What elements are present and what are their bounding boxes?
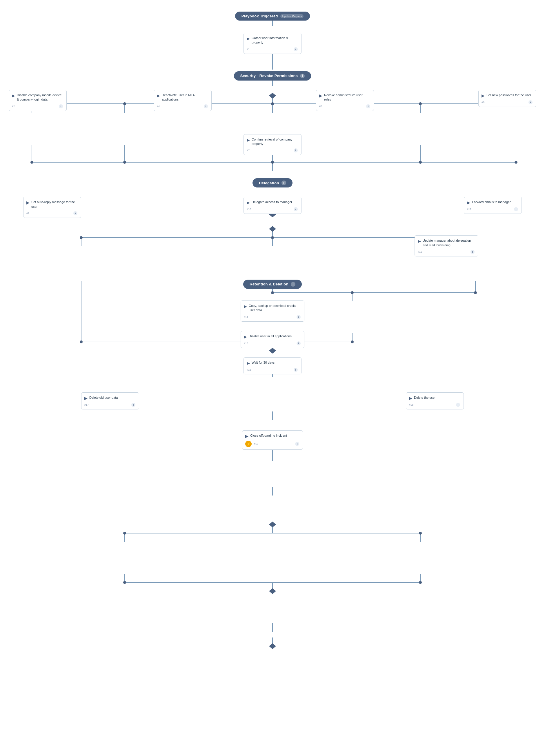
delegation-pill[interactable]: Delegation i: [252, 178, 292, 187]
t16-info[interactable]: i: [295, 442, 299, 446]
retention-info-icon[interactable]: i: [291, 282, 296, 287]
t9-num: #11: [467, 208, 471, 211]
t7-num: #9: [26, 212, 29, 215]
task-t14[interactable]: ▶ Delete old user data #17 i: [81, 392, 139, 409]
security-tasks-row: ▶ Disable company mobile device & compan…: [0, 90, 545, 111]
task-t12-container: ▶ Disable user in all applications #15 i: [0, 331, 545, 348]
security-pill[interactable]: Security - Revoke Permissions i: [234, 71, 311, 81]
t7-info[interactable]: i: [73, 211, 77, 215]
t14-arrow: ▶: [84, 396, 87, 400]
trigger-tag: Inputs / Outputs: [280, 14, 304, 18]
t11-arrow: ▶: [244, 304, 247, 309]
svg-point-79: [419, 581, 422, 584]
svg-point-64: [123, 161, 126, 164]
task-t2[interactable]: ▶ Disable company mobile device & compan…: [9, 90, 67, 111]
t6-info[interactable]: i: [294, 148, 298, 152]
task-t13-container: ▶ Wait for 30 days #16 i: [0, 357, 545, 374]
retention-pill[interactable]: Retention & Deletion i: [243, 280, 302, 289]
delegation-phase: Delegation i: [0, 178, 545, 187]
t13-info[interactable]: i: [294, 368, 298, 372]
task-t16-container: ▶ Close offboarding incident ⚡ #19 i: [0, 430, 545, 450]
delegation-info-icon[interactable]: i: [282, 181, 286, 185]
t15-info[interactable]: i: [456, 403, 460, 407]
delegation-tasks-row: ▶ Set auto-reply message for the user #9…: [0, 197, 545, 218]
t3-title: Deactivate user in MFA applications: [162, 93, 208, 102]
task-t8[interactable]: ▶ Delegate access to manager #10 i: [243, 197, 302, 214]
retention-label: Retention & Deletion: [249, 282, 289, 286]
task-t1-container: ▶ Gather user information & property #1 …: [0, 33, 545, 54]
task-t10-container: ▶ Update manager about delegation and ma…: [0, 235, 545, 256]
t14-info[interactable]: i: [131, 403, 135, 407]
t10-num: #12: [418, 250, 422, 253]
svg-marker-52: [269, 348, 276, 354]
svg-point-63: [30, 161, 33, 164]
task-t6[interactable]: ▶ Confirm retrieval of company property …: [243, 134, 302, 155]
task-t3[interactable]: ▶ Deactivate user in MFA applications #4…: [154, 90, 211, 111]
t6-num: #7: [247, 149, 249, 152]
task-t13[interactable]: ▶ Wait for 30 days #16 i: [243, 357, 302, 374]
svg-point-66: [419, 161, 422, 164]
trigger-pill[interactable]: Playbook Triggered Inputs / Outputs: [235, 12, 310, 21]
task-t7[interactable]: ▶ Set auto-reply message for the user #9…: [23, 197, 81, 218]
task-t1-info[interactable]: i: [294, 47, 298, 51]
task-t16[interactable]: ▶ Close offboarding incident ⚡ #19 i: [242, 430, 303, 450]
task-arrow-icon: ▶: [247, 36, 250, 41]
svg-point-78: [123, 581, 126, 584]
svg-point-73: [351, 291, 354, 294]
t16-num: #19: [254, 442, 258, 445]
trigger-section: Playbook Triggered Inputs / Outputs: [0, 12, 545, 21]
t7-arrow: ▶: [26, 200, 30, 205]
task-t11[interactable]: ▶ Copy, backup or download crucial user …: [240, 300, 305, 322]
t8-title: Delegate access to manager: [251, 200, 292, 204]
task-t4[interactable]: ▶ Revoke administrative user roles #5 i: [316, 90, 374, 111]
security-label: Security - Revoke Permissions: [240, 74, 298, 78]
security-phase: Security - Revoke Permissions i: [0, 71, 545, 81]
t5-info[interactable]: i: [528, 100, 533, 104]
t13-title: Wait for 30 days: [251, 360, 275, 365]
t10-title: Update manager about delegation and mail…: [423, 238, 475, 247]
t3-num: #4: [157, 105, 160, 108]
t11-info[interactable]: i: [297, 315, 301, 319]
task-t9[interactable]: ▶ Forward emails to manager #11 i: [464, 197, 522, 214]
task-t6-container: ▶ Confirm retrieval of company property …: [0, 134, 545, 155]
t8-info[interactable]: i: [294, 207, 298, 211]
t4-title: Revoke administrative user roles: [324, 93, 370, 102]
t8-num: #10: [247, 208, 251, 211]
t2-title: Disable company mobile device & company …: [17, 93, 63, 102]
t14-num: #17: [84, 403, 89, 406]
task-t5[interactable]: ▶ Set new passwords for the user #6 i: [478, 90, 536, 107]
t10-info[interactable]: i: [471, 250, 475, 254]
task-t1[interactable]: ▶ Gather user information & property #1 …: [243, 33, 302, 54]
trigger-label: Playbook Triggered: [241, 14, 278, 18]
task-t10[interactable]: ▶ Update manager about delegation and ma…: [415, 235, 478, 256]
t5-arrow: ▶: [482, 93, 485, 98]
t8-arrow: ▶: [247, 200, 250, 205]
t2-info[interactable]: i: [59, 104, 63, 108]
t2-arrow: ▶: [12, 93, 15, 98]
t16-arrow: ▶: [245, 434, 248, 438]
task-t11-container: ▶ Copy, backup or download crucial user …: [0, 300, 545, 322]
svg-marker-57: [269, 643, 276, 649]
svg-point-71: [271, 291, 274, 294]
svg-marker-51: [269, 226, 276, 232]
t6-arrow: ▶: [247, 138, 250, 142]
retention-phase: Retention & Deletion i: [0, 280, 545, 289]
security-info-icon[interactable]: i: [300, 74, 305, 78]
t9-title: Forward emails to manager: [472, 200, 511, 204]
t5-num: #6: [482, 101, 484, 104]
svg-marker-54: [269, 522, 276, 527]
t5-title: Set new passwords for the user: [486, 93, 531, 97]
t3-info[interactable]: i: [204, 104, 208, 108]
t11-title: Copy, backup or download crucial user da…: [249, 304, 301, 313]
lightning-badge: ⚡: [245, 441, 251, 447]
t12-info[interactable]: i: [297, 341, 301, 345]
task-t12[interactable]: ▶ Disable user in all applications #15 i: [240, 331, 305, 348]
task-t15[interactable]: ▶ Delete the user #18 i: [406, 392, 464, 409]
t9-info[interactable]: i: [514, 207, 518, 211]
t6-title: Confirm retrieval of company property: [251, 137, 298, 146]
t4-num: #5: [319, 105, 322, 108]
t4-arrow: ▶: [319, 93, 322, 98]
t12-arrow: ▶: [244, 334, 247, 339]
t4-info[interactable]: i: [366, 104, 370, 108]
svg-point-77: [419, 532, 422, 535]
